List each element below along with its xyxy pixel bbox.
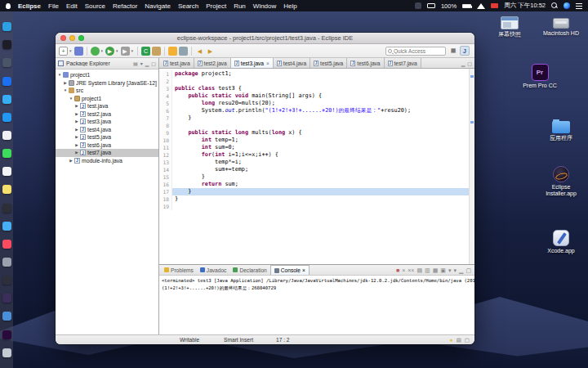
tree-item-project1[interactable]: ▼project1 — [56, 95, 158, 103]
wifi-icon[interactable] — [477, 3, 485, 9]
tree-item-test2-java[interactable]: ▶Jtest2.java — [56, 110, 158, 119]
editor-tab-test2-java[interactable]: Jtest2.java — [194, 58, 231, 68]
console-tab-problems[interactable]: Problems — [161, 265, 197, 275]
maximize-view-icon[interactable]: ▢ — [466, 267, 471, 273]
debug-icon-dropdown[interactable]: ▾ — [101, 48, 104, 53]
dock-launchpad-icon[interactable] — [2, 58, 11, 67]
remove-all-launches-icon[interactable]: ×× — [408, 267, 414, 273]
menu-help[interactable]: Help — [283, 2, 296, 10]
window-titlebar[interactable]: eclipse-workspace - project1/src/project… — [56, 33, 474, 44]
eclipse-window[interactable]: eclipse-workspace - project1/src/project… — [56, 33, 474, 344]
package-explorer-header[interactable]: Package Explorer ▤▾▁▢ — [56, 58, 158, 70]
overview-marker[interactable] — [470, 75, 474, 78]
tree-expand-arrow[interactable]: ▶ — [74, 128, 79, 132]
menu-source[interactable]: Source — [85, 2, 105, 10]
dock-reminders-icon[interactable] — [2, 204, 11, 213]
dock-xcode-icon[interactable] — [2, 312, 11, 321]
console-output[interactable]: <terminated> test3 [Java Application] /L… — [159, 276, 474, 334]
code-text[interactable]: long resu20=mults(20); — [172, 100, 469, 107]
tree-collapse-arrow[interactable]: ▼ — [69, 96, 74, 101]
close-console-tab-icon[interactable]: × — [302, 267, 305, 273]
dock-terminal-icon[interactable] — [2, 276, 11, 285]
siri-icon[interactable] — [564, 2, 570, 9]
tree-expand-arrow[interactable]: ▶ — [74, 143, 79, 147]
tree-item-jre-system-library-javase-12-[interactable]: ▶JRE System Library [JavaSE-12] — [56, 79, 158, 88]
code-text[interactable]: System.out.println("(1!+2!+3!+......+20!… — [172, 107, 469, 114]
debug-icon[interactable] — [91, 47, 100, 56]
console-tab-declaration[interactable]: Declaration — [229, 265, 270, 275]
minimize-view-icon[interactable]: ▁ — [145, 61, 149, 66]
code-text[interactable]: } — [172, 114, 469, 122]
minimize-view-icon[interactable]: ▁ — [459, 267, 463, 273]
new-wizard-icon-dropdown[interactable]: ▾ — [69, 48, 72, 53]
close-tab-icon[interactable]: × — [266, 61, 270, 66]
desktop-icon-eclipse-installer[interactable]: Eclipse Installer.app — [542, 166, 580, 197]
save-icon[interactable] — [74, 47, 83, 56]
battery-icon[interactable] — [462, 4, 471, 8]
overview-ruler[interactable] — [469, 69, 474, 264]
display-selected-console-icon[interactable]: ▾ — [448, 267, 452, 273]
search-icon[interactable] — [168, 47, 177, 56]
zoom-button[interactable] — [78, 35, 84, 41]
menu-eclipse[interactable]: Eclipse — [18, 2, 41, 10]
notification-center-icon[interactable] — [576, 6, 582, 7]
tree-item-test3-java[interactable]: ▶Jtest3.java — [56, 118, 158, 126]
dock-music-icon[interactable] — [2, 240, 11, 249]
tree-item-src[interactable]: ▼src — [56, 87, 158, 95]
code-text[interactable]: } — [172, 173, 469, 181]
quick-access-box[interactable] — [385, 47, 446, 56]
menu-search[interactable]: Search — [178, 2, 198, 10]
dock-safari-icon[interactable] — [2, 95, 11, 104]
dock-premiere-icon[interactable] — [2, 330, 11, 339]
dock-mail-icon[interactable] — [2, 113, 11, 122]
menu-navigate[interactable]: Navigate — [145, 2, 171, 10]
console-tab-javadoc[interactable]: Javadoc — [197, 265, 230, 275]
menu-window[interactable]: Window — [253, 2, 276, 10]
maximize-view-icon[interactable]: ▢ — [151, 61, 156, 66]
input-source-icon[interactable] — [491, 3, 498, 8]
dock-finder-icon[interactable] — [2, 22, 11, 31]
tree-expand-arrow[interactable]: ▶ — [63, 81, 68, 85]
editor-tab-test6-java[interactable]: Jtest6.java — [347, 58, 384, 68]
view-menu-icon[interactable]: ▾ — [140, 61, 143, 66]
tree-expand-arrow[interactable]: ▶ — [74, 119, 79, 123]
tree-item-test5-java[interactable]: ▶Jtest5.java — [56, 133, 158, 141]
forward-icon[interactable]: ▶ — [206, 47, 215, 56]
tree-expand-arrow[interactable]: ▶ — [74, 135, 79, 139]
code-text[interactable]: sum+=temp; — [172, 166, 469, 173]
apple-menu-icon[interactable] — [6, 3, 11, 9]
editor-tab-test-java[interactable]: Jtest.java — [160, 58, 194, 68]
code-text[interactable]: } — [172, 195, 469, 203]
external-tools-icon[interactable] — [179, 47, 188, 56]
new-wizard-icon[interactable]: + — [59, 47, 68, 56]
code-text[interactable]: public class test3 { — [172, 85, 469, 92]
tree-expand-arrow[interactable]: ▶ — [74, 150, 79, 155]
code-text[interactable]: public static long mults(long x) { — [172, 129, 469, 137]
editor-tab-test5-java[interactable]: Jtest5.java — [310, 58, 347, 68]
scroll-lock-icon[interactable]: ▥ — [425, 267, 430, 273]
code-text[interactable]: } — [172, 188, 469, 195]
collapse-all-icon[interactable]: ▤ — [133, 61, 138, 66]
menu-file[interactable]: File — [48, 2, 59, 10]
open-perspective-icon[interactable]: ▦ — [448, 46, 458, 56]
menu-project[interactable]: Project — [206, 2, 226, 10]
clear-console-icon[interactable]: ▤ — [416, 267, 422, 273]
editor-tab-test4-java[interactable]: Jtest4.java — [274, 58, 310, 68]
dock-siri-icon[interactable] — [2, 40, 11, 49]
package-explorer-tree[interactable]: ▼project1▶JRE System Library [JavaSE-12]… — [56, 70, 158, 334]
code-text[interactable]: public static void main(String[] args) { — [172, 92, 469, 100]
code-text[interactable]: for(int i=1;i<=x;i++) { — [172, 151, 469, 159]
tree-item-test4-java[interactable]: ▶Jtest4.java — [56, 126, 158, 134]
open-console-icon[interactable]: ▾ — [453, 267, 457, 273]
run-icon-dropdown[interactable]: ▾ — [116, 48, 118, 53]
code-text[interactable]: return sum; — [172, 181, 469, 188]
dock-system-preferences-icon[interactable] — [2, 258, 11, 267]
minimize-button[interactable] — [69, 35, 75, 41]
build-status-icon[interactable]: ▤ — [457, 337, 461, 343]
code-text[interactable] — [172, 78, 469, 85]
code-text[interactable]: int sum=0; — [172, 144, 469, 151]
code-editor[interactable]: 1package project1;23public class test3 {… — [159, 69, 469, 264]
spotlight-icon[interactable] — [551, 2, 558, 9]
editor-tab-test7-java[interactable]: Jtest7.java — [385, 58, 421, 68]
keyboard-icon[interactable] — [427, 3, 435, 8]
